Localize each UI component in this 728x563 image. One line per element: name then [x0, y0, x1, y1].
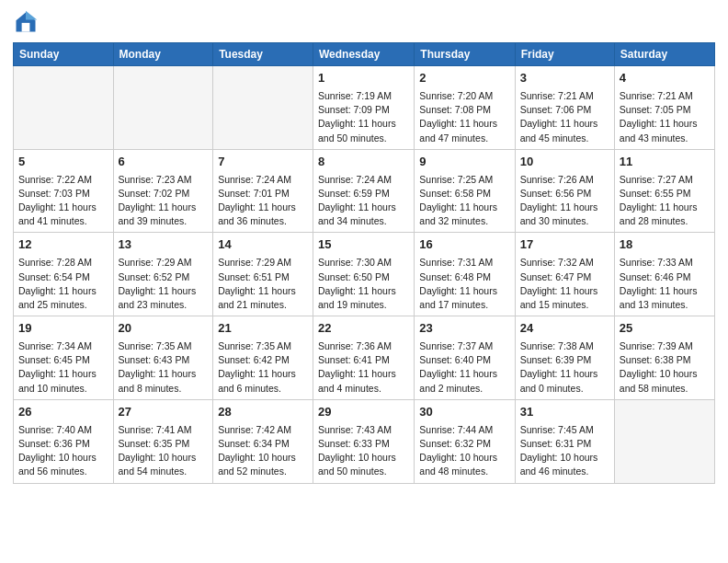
day-number: 8 — [318, 154, 409, 171]
calendar-cell: 3Sunrise: 7:21 AM Sunset: 7:06 PM Daylig… — [515, 66, 614, 150]
day-info: Sunrise: 7:43 AM Sunset: 6:33 PM Dayligh… — [318, 423, 409, 479]
day-header-saturday: Saturday — [614, 43, 714, 66]
calendar-cell: 21Sunrise: 7:35 AM Sunset: 6:42 PM Dayli… — [213, 316, 313, 400]
calendar-cell — [14, 66, 114, 150]
day-info: Sunrise: 7:22 AM Sunset: 7:03 PM Dayligh… — [18, 173, 108, 229]
calendar-cell: 15Sunrise: 7:30 AM Sunset: 6:50 PM Dayli… — [313, 233, 415, 316]
calendar-cell: 23Sunrise: 7:37 AM Sunset: 6:40 PM Dayli… — [415, 316, 515, 400]
day-number: 31 — [520, 404, 609, 421]
day-info: Sunrise: 7:42 AM Sunset: 6:34 PM Dayligh… — [218, 423, 308, 479]
week-row-1: 1Sunrise: 7:19 AM Sunset: 7:09 PM Daylig… — [14, 66, 715, 150]
page: SundayMondayTuesdayWednesdayThursdayFrid… — [0, 0, 728, 563]
calendar-cell: 11Sunrise: 7:27 AM Sunset: 6:55 PM Dayli… — [614, 149, 714, 233]
calendar-cell: 31Sunrise: 7:45 AM Sunset: 6:31 PM Dayli… — [515, 399, 614, 483]
week-row-3: 12Sunrise: 7:28 AM Sunset: 6:54 PM Dayli… — [14, 233, 715, 316]
day-info: Sunrise: 7:20 AM Sunset: 7:08 PM Dayligh… — [419, 89, 509, 145]
day-number: 2 — [419, 70, 509, 87]
day-number: 14 — [218, 236, 308, 254]
calendar-cell: 30Sunrise: 7:44 AM Sunset: 6:32 PM Dayli… — [415, 399, 515, 483]
calendar-cell: 27Sunrise: 7:41 AM Sunset: 6:35 PM Dayli… — [113, 399, 213, 483]
calendar-cell: 12Sunrise: 7:28 AM Sunset: 6:54 PM Dayli… — [14, 233, 114, 316]
day-header-wednesday: Wednesday — [313, 43, 415, 66]
calendar-table: SundayMondayTuesdayWednesdayThursdayFrid… — [13, 42, 715, 484]
calendar-cell: 24Sunrise: 7:38 AM Sunset: 6:39 PM Dayli… — [515, 316, 614, 400]
day-info: Sunrise: 7:29 AM Sunset: 6:52 PM Dayligh… — [119, 256, 209, 312]
calendar-cell: 16Sunrise: 7:31 AM Sunset: 6:48 PM Dayli… — [415, 233, 515, 316]
day-info: Sunrise: 7:37 AM Sunset: 6:40 PM Dayligh… — [419, 339, 509, 396]
logo-icon — [13, 9, 39, 35]
day-number: 28 — [218, 404, 308, 421]
day-info: Sunrise: 7:24 AM Sunset: 6:59 PM Dayligh… — [318, 173, 409, 229]
day-info: Sunrise: 7:21 AM Sunset: 7:06 PM Dayligh… — [520, 89, 609, 145]
calendar-cell: 6Sunrise: 7:23 AM Sunset: 7:02 PM Daylig… — [113, 149, 213, 233]
day-header-monday: Monday — [113, 43, 213, 66]
week-row-5: 26Sunrise: 7:40 AM Sunset: 6:36 PM Dayli… — [14, 399, 715, 483]
calendar-cell: 5Sunrise: 7:22 AM Sunset: 7:03 PM Daylig… — [14, 149, 114, 233]
day-number: 11 — [620, 154, 710, 171]
calendar-cell: 26Sunrise: 7:40 AM Sunset: 6:36 PM Dayli… — [14, 399, 114, 483]
day-number: 16 — [419, 236, 509, 254]
day-info: Sunrise: 7:28 AM Sunset: 6:54 PM Dayligh… — [18, 256, 108, 312]
day-info: Sunrise: 7:31 AM Sunset: 6:48 PM Dayligh… — [419, 256, 509, 312]
day-number: 23 — [419, 320, 509, 338]
day-info: Sunrise: 7:32 AM Sunset: 6:47 PM Dayligh… — [520, 256, 609, 312]
calendar-cell: 25Sunrise: 7:39 AM Sunset: 6:38 PM Dayli… — [614, 316, 714, 400]
calendar-cell — [614, 399, 714, 483]
day-header-tuesday: Tuesday — [213, 43, 313, 66]
day-info: Sunrise: 7:25 AM Sunset: 6:58 PM Dayligh… — [419, 173, 509, 229]
calendar-cell: 22Sunrise: 7:36 AM Sunset: 6:41 PM Dayli… — [313, 316, 415, 400]
calendar-cell: 2Sunrise: 7:20 AM Sunset: 7:08 PM Daylig… — [415, 66, 515, 150]
day-number: 29 — [318, 404, 409, 421]
day-number: 1 — [318, 70, 409, 87]
day-info: Sunrise: 7:21 AM Sunset: 7:05 PM Dayligh… — [620, 89, 710, 145]
calendar-cell: 17Sunrise: 7:32 AM Sunset: 6:47 PM Dayli… — [515, 233, 614, 316]
calendar-cell: 20Sunrise: 7:35 AM Sunset: 6:43 PM Dayli… — [113, 316, 213, 400]
day-number: 13 — [119, 236, 209, 254]
day-info: Sunrise: 7:38 AM Sunset: 6:39 PM Dayligh… — [520, 339, 609, 396]
day-number: 24 — [520, 320, 609, 338]
week-row-4: 19Sunrise: 7:34 AM Sunset: 6:45 PM Dayli… — [14, 316, 715, 400]
week-row-2: 5Sunrise: 7:22 AM Sunset: 7:03 PM Daylig… — [14, 149, 715, 233]
day-number: 6 — [119, 154, 209, 171]
day-info: Sunrise: 7:34 AM Sunset: 6:45 PM Dayligh… — [18, 339, 108, 396]
day-info: Sunrise: 7:30 AM Sunset: 6:50 PM Dayligh… — [318, 256, 409, 312]
calendar-cell: 1Sunrise: 7:19 AM Sunset: 7:09 PM Daylig… — [313, 66, 415, 150]
day-info: Sunrise: 7:39 AM Sunset: 6:38 PM Dayligh… — [620, 339, 710, 396]
day-number: 12 — [18, 236, 108, 254]
calendar-cell: 4Sunrise: 7:21 AM Sunset: 7:05 PM Daylig… — [614, 66, 714, 150]
calendar-cell: 18Sunrise: 7:33 AM Sunset: 6:46 PM Dayli… — [614, 233, 714, 316]
day-info: Sunrise: 7:27 AM Sunset: 6:55 PM Dayligh… — [620, 173, 710, 229]
day-header-sunday: Sunday — [14, 43, 114, 66]
calendar-header-row: SundayMondayTuesdayWednesdayThursdayFrid… — [14, 43, 715, 66]
day-info: Sunrise: 7:40 AM Sunset: 6:36 PM Dayligh… — [18, 423, 108, 479]
calendar-cell — [213, 66, 313, 150]
day-number: 21 — [218, 320, 308, 338]
day-number: 26 — [18, 404, 108, 421]
day-info: Sunrise: 7:19 AM Sunset: 7:09 PM Dayligh… — [318, 89, 409, 145]
day-number: 10 — [520, 154, 609, 171]
calendar-cell: 29Sunrise: 7:43 AM Sunset: 6:33 PM Dayli… — [313, 399, 415, 483]
day-header-friday: Friday — [515, 43, 614, 66]
day-number: 22 — [318, 320, 409, 338]
calendar-cell: 10Sunrise: 7:26 AM Sunset: 6:56 PM Dayli… — [515, 149, 614, 233]
calendar-cell: 13Sunrise: 7:29 AM Sunset: 6:52 PM Dayli… — [113, 233, 213, 316]
calendar-cell: 14Sunrise: 7:29 AM Sunset: 6:51 PM Dayli… — [213, 233, 313, 316]
calendar-cell: 9Sunrise: 7:25 AM Sunset: 6:58 PM Daylig… — [415, 149, 515, 233]
day-number: 25 — [620, 320, 710, 338]
day-number: 27 — [119, 404, 209, 421]
day-info: Sunrise: 7:35 AM Sunset: 6:43 PM Dayligh… — [119, 339, 209, 396]
day-header-thursday: Thursday — [415, 43, 515, 66]
calendar-cell: 28Sunrise: 7:42 AM Sunset: 6:34 PM Dayli… — [213, 399, 313, 483]
day-number: 3 — [520, 70, 609, 87]
day-info: Sunrise: 7:29 AM Sunset: 6:51 PM Dayligh… — [218, 256, 308, 312]
day-info: Sunrise: 7:36 AM Sunset: 6:41 PM Dayligh… — [318, 339, 409, 396]
day-info: Sunrise: 7:33 AM Sunset: 6:46 PM Dayligh… — [620, 256, 710, 312]
day-info: Sunrise: 7:44 AM Sunset: 6:32 PM Dayligh… — [419, 423, 509, 479]
day-info: Sunrise: 7:41 AM Sunset: 6:35 PM Dayligh… — [119, 423, 209, 479]
header — [13, 9, 715, 35]
calendar-cell: 8Sunrise: 7:24 AM Sunset: 6:59 PM Daylig… — [313, 149, 415, 233]
day-info: Sunrise: 7:45 AM Sunset: 6:31 PM Dayligh… — [520, 423, 609, 479]
day-number: 20 — [119, 320, 209, 338]
calendar-cell: 19Sunrise: 7:34 AM Sunset: 6:45 PM Dayli… — [14, 316, 114, 400]
day-number: 4 — [620, 70, 710, 87]
